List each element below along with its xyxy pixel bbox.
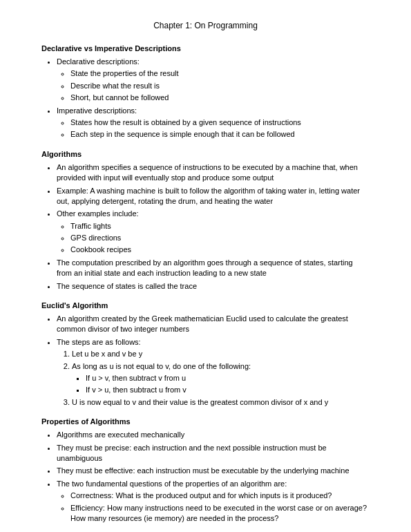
list-item: The steps are as follows: Let u be x and… xyxy=(57,337,370,408)
list-item: U is now equal to v and their value is t… xyxy=(72,397,370,408)
list-item: They must be precise: each instruction a… xyxy=(57,443,370,464)
list-item: Correctness: What is the produced output… xyxy=(70,491,370,501)
list-item: Cookbook recipes xyxy=(70,245,370,255)
heading-properties: Properties of Algorithms xyxy=(41,417,370,426)
section-properties: Properties of Algorithms Algorithms are … xyxy=(41,417,370,524)
sub-list: Correctness: What is the produced output… xyxy=(57,491,370,524)
section-euclid: Euclid's Algorithm An algorithm created … xyxy=(41,301,370,408)
sub-list: If u > v, then subtract v from u If v > … xyxy=(72,373,370,396)
list-item: Declarative descriptions: State the prop… xyxy=(57,57,370,104)
list-properties: Algorithms are executed mechanically The… xyxy=(41,430,370,524)
list-item: An algorithm created by the Greek mathem… xyxy=(57,314,370,335)
section-declarative: Declarative vs Imperative Descriptions D… xyxy=(41,44,370,140)
heading-algorithms: Algorithms xyxy=(41,150,370,158)
list-item: States how the result is obtained by a g… xyxy=(70,117,370,128)
heading-euclid: Euclid's Algorithm xyxy=(41,301,370,310)
list-item: If v > u, then subtract u from v xyxy=(86,385,370,395)
list-declarative: Declarative descriptions: State the prop… xyxy=(41,57,370,140)
list-item: Imperative descriptions: States how the … xyxy=(57,106,370,140)
item-text: As long as u is not equal to v, do one o… xyxy=(72,362,251,370)
list-item: They must be effective: each instruction… xyxy=(57,466,370,476)
list-item: Efficiency: How many instructions need t… xyxy=(70,503,370,524)
list-algorithms: An algorithm specifies a sequence of ins… xyxy=(41,162,370,292)
list-item: As long as u is not equal to v, do one o… xyxy=(72,361,370,396)
list-item: Short, but cannot be followed xyxy=(70,93,370,103)
list-item: GPS directions xyxy=(70,233,370,243)
list-item: Algorithms are executed mechanically xyxy=(57,430,370,440)
list-item: Let u be x and v be y xyxy=(72,349,370,359)
list-item: Describe what the result is xyxy=(70,81,370,91)
heading-declarative: Declarative vs Imperative Descriptions xyxy=(41,44,370,53)
item-text: Other examples include: xyxy=(57,209,139,218)
item-text: The steps are as follows: xyxy=(57,338,141,346)
sub-list: State the properties of the result Descr… xyxy=(57,68,370,103)
list-item: Each step in the sequence is simple enou… xyxy=(70,129,370,140)
page-title: Chapter 1: On Programming xyxy=(41,21,370,30)
list-euclid: An algorithm created by the Greek mathem… xyxy=(41,314,370,408)
list-item: Example: A washing machine is built to f… xyxy=(57,186,370,207)
item-text: Declarative descriptions: xyxy=(57,57,140,66)
ordered-list: Let u be x and v be y As long as u is no… xyxy=(57,349,370,408)
list-item: The two fundamental questions of the pro… xyxy=(57,479,370,524)
sub-list: Traffic lights GPS directions Cookbook r… xyxy=(57,221,370,256)
item-text: Imperative descriptions: xyxy=(57,106,137,115)
list-item: Other examples include: Traffic lights G… xyxy=(57,209,370,256)
list-item: If u > v, then subtract v from u xyxy=(86,373,370,383)
list-item: Traffic lights xyxy=(70,221,370,231)
section-algorithms: Algorithms An algorithm specifies a sequ… xyxy=(41,150,370,292)
sub-list: States how the result is obtained by a g… xyxy=(57,117,370,140)
list-item: The sequence of states is called the tra… xyxy=(57,281,370,292)
list-item: State the properties of the result xyxy=(70,68,370,79)
item-text: The two fundamental questions of the pro… xyxy=(57,479,287,488)
list-item: The computation prescribed by an algorit… xyxy=(57,258,370,279)
list-item: An algorithm specifies a sequence of ins… xyxy=(57,162,370,184)
